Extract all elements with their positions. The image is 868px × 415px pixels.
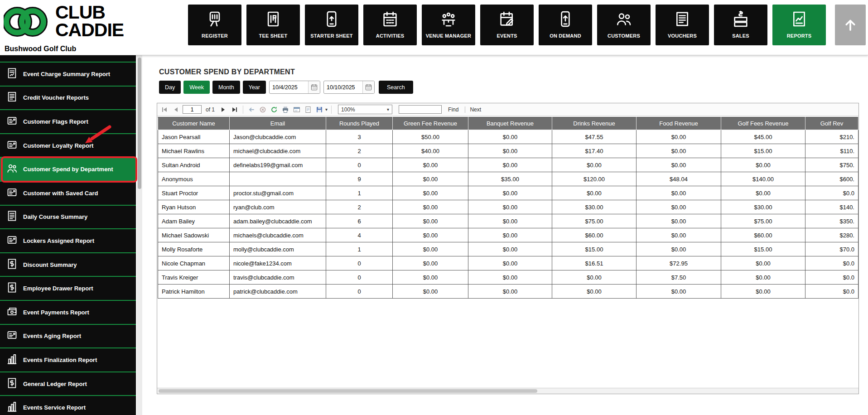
period-button-day[interactable]: Day bbox=[159, 81, 181, 94]
nav-button-reports[interactable]: REPORTS bbox=[772, 5, 826, 45]
cancel-button[interactable] bbox=[258, 105, 267, 114]
prev-page-button[interactable] bbox=[171, 105, 180, 114]
sidebar-item-events-aging-report[interactable]: Events Aging Report bbox=[0, 325, 136, 349]
calendar-icon[interactable] bbox=[308, 81, 320, 93]
sidebar-item-customer-with-saved-card[interactable]: Customer with Saved Card bbox=[0, 182, 136, 206]
table-cell: $50.00 bbox=[393, 130, 468, 144]
print-layout-button[interactable] bbox=[292, 105, 301, 114]
sidebar-item-customer-spend-by-department[interactable]: Customer Spend by Department bbox=[0, 158, 136, 182]
table-row: Anonymous9$0.00$35.00$120.00$48.04$140.0… bbox=[158, 172, 858, 186]
table-row: Jason PearsallJason@clubcaddie.com3$50.0… bbox=[158, 130, 858, 144]
table-cell: $0.00 bbox=[552, 270, 637, 285]
report-content: CUSTOMER SPEND BY DEPARTMENT DayWeekMont… bbox=[143, 55, 868, 415]
sidebar-item-event-payments-report[interactable]: Event Payments Report bbox=[0, 301, 136, 325]
export-button[interactable] bbox=[315, 105, 324, 114]
first-page-button[interactable] bbox=[160, 105, 169, 114]
table-cell: definelabs199@gmail.com bbox=[230, 158, 326, 172]
table-cell: Nicole Chapman bbox=[158, 256, 230, 270]
horizontal-scrollbar-thumb[interactable] bbox=[159, 389, 537, 393]
sidebar-item-general-ledger-report[interactable]: General Ledger Report bbox=[0, 372, 136, 396]
sidebar-item-event-charge-summary-report[interactable]: Event Charge Summary Report bbox=[0, 63, 136, 87]
find-next-button[interactable]: Next bbox=[465, 106, 481, 113]
cash-icon bbox=[732, 10, 750, 30]
find-input[interactable] bbox=[399, 105, 442, 114]
table-cell: michael@clubcaddie.com bbox=[230, 144, 326, 158]
print-button[interactable] bbox=[281, 105, 290, 114]
collapse-header-button[interactable] bbox=[835, 5, 866, 45]
calendar-icon[interactable] bbox=[362, 81, 374, 93]
table-cell: $0.00 bbox=[393, 158, 468, 172]
period-button-year[interactable]: Year bbox=[243, 81, 266, 94]
date-from-field bbox=[269, 81, 320, 94]
table-cell: $0.0 bbox=[805, 256, 858, 270]
table-cell: $75.00 bbox=[721, 214, 805, 228]
table-cell: 1 bbox=[326, 242, 393, 256]
refresh-button[interactable] bbox=[270, 105, 279, 114]
export-caret-icon[interactable]: ▾ bbox=[325, 107, 328, 112]
back-button[interactable] bbox=[247, 105, 256, 114]
table-row: Ryan Hutsonryan@club.com2$0.00$0.00$30.0… bbox=[158, 200, 858, 214]
nav-button-label: VENUE MANAGER bbox=[426, 33, 471, 39]
reports-sidebar: Event Charge Summary ReportCredit Vouche… bbox=[0, 55, 143, 415]
last-page-button[interactable] bbox=[230, 105, 239, 114]
sidebar-item-employee-drawer-report[interactable]: Employee Drawer Report bbox=[0, 277, 136, 301]
zoom-select[interactable]: 100% ▾ bbox=[338, 105, 392, 114]
find-button[interactable]: Find bbox=[448, 106, 458, 113]
column-header: Green Fee Revenue bbox=[393, 117, 468, 130]
nav-button-venue-manager[interactable]: VENUE MANAGER bbox=[422, 5, 475, 45]
filter-bar: DayWeekMonthYear Search bbox=[159, 81, 413, 94]
report-table-viewport: Customer NameEmailRounds PlayedGreen Fee… bbox=[157, 116, 858, 388]
date-from-input[interactable] bbox=[270, 84, 308, 91]
table-cell: Anonymous bbox=[158, 172, 230, 186]
nav-button-starter-sheet[interactable]: STARTER SHEET bbox=[305, 5, 358, 45]
period-button-month[interactable]: Month bbox=[212, 81, 240, 94]
voucher-icon bbox=[6, 91, 18, 105]
table-cell: Michael Rawlins bbox=[158, 144, 230, 158]
sidebar-item-events-service-report[interactable]: Events Service Report bbox=[0, 396, 136, 415]
sidebar-item-customer-loyalty-report[interactable]: Customer Loyalty Report bbox=[0, 134, 136, 158]
next-page-button[interactable] bbox=[219, 105, 228, 114]
sidebar-item-customer-flags-report[interactable]: Customer Flags Report bbox=[0, 110, 136, 134]
nav-button-vouchers[interactable]: VOUCHERS bbox=[656, 5, 709, 45]
sidebar-item-daily-course-summary[interactable]: Daily Course Summary bbox=[0, 206, 136, 230]
nav-button-register[interactable]: REGISTER bbox=[188, 5, 241, 45]
nav-button-sales[interactable]: SALES bbox=[714, 5, 767, 45]
table-cell: $0.00 bbox=[468, 158, 552, 172]
sidebar-item-lockers-assigned-report[interactable]: Lockers Assigned Report bbox=[0, 229, 136, 253]
column-header: Golf Fees Revenue bbox=[721, 117, 805, 130]
table-cell: $48.04 bbox=[637, 172, 721, 186]
sidebar-item-credit-voucher-reports[interactable]: Credit Voucher Reports bbox=[0, 87, 136, 111]
sidebar-item-discount-summary[interactable]: Discount Summary bbox=[0, 253, 136, 277]
table-cell: $16.51 bbox=[552, 256, 637, 270]
search-button[interactable]: Search bbox=[379, 81, 413, 94]
nav-button-on-demand[interactable]: ON DEMAND bbox=[539, 5, 592, 45]
nav-button-activities[interactable]: ACTIVITIES bbox=[363, 5, 417, 45]
nav-button-customers[interactable]: CUSTOMERS bbox=[597, 5, 651, 45]
date-to-input[interactable] bbox=[324, 84, 362, 91]
table-row: Adam Baileyadam.bailey@clubcaddie.com6$0… bbox=[158, 214, 858, 228]
nav-button-events[interactable]: EVENTS bbox=[480, 5, 534, 45]
sidebar-item-events-finalization-report[interactable]: Events Finalization Report bbox=[0, 348, 136, 372]
sidebar-item-label: Events Aging Report bbox=[23, 333, 81, 339]
calendar-icon bbox=[381, 10, 399, 30]
table-cell: $0.00 bbox=[468, 228, 552, 242]
table-cell: $350. bbox=[805, 214, 858, 228]
table-cell: $0.0 bbox=[805, 285, 858, 299]
sidebar-scrollbar-thumb[interactable] bbox=[138, 58, 141, 189]
table-cell: $40.00 bbox=[393, 144, 468, 158]
nav-button-tee-sheet[interactable]: TEE SHEET bbox=[246, 5, 300, 45]
report-viewer-panel: of 1 ▾ 100% ▾ Find Next bbox=[157, 103, 859, 394]
bar-chart-icon bbox=[6, 401, 18, 415]
table-cell: $0.00 bbox=[393, 186, 468, 200]
nav-button-label: ON DEMAND bbox=[550, 33, 581, 39]
table-cell: 0 bbox=[326, 270, 393, 285]
period-button-week[interactable]: Week bbox=[183, 81, 210, 94]
page-number-input[interactable] bbox=[183, 105, 202, 114]
table-cell: 3 bbox=[326, 130, 393, 144]
page-setup-button[interactable] bbox=[304, 105, 313, 114]
table-cell: $0.00 bbox=[637, 200, 721, 214]
period-button-group: DayWeekMonthYear bbox=[159, 81, 266, 94]
table-row: Travis Kreigertravis@clubcaddie.com0$0.0… bbox=[158, 270, 858, 285]
table-cell bbox=[230, 172, 326, 186]
table-cell: 2 bbox=[326, 200, 393, 214]
